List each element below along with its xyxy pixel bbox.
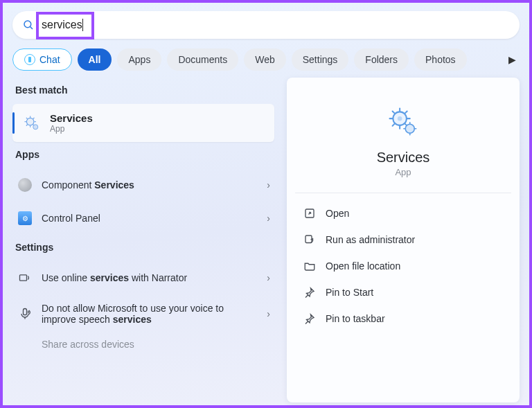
settings-result-narrator[interactable]: Use online services with Narrator › xyxy=(12,261,274,294)
chevron-right-icon: › xyxy=(267,272,270,283)
chevron-right-icon: › xyxy=(267,179,270,190)
narrator-icon xyxy=(17,269,33,286)
tab-folders[interactable]: Folders xyxy=(354,48,409,71)
pin-icon xyxy=(303,312,316,325)
filter-tabs: Chat All Apps Documents Web Settings Fol… xyxy=(3,39,529,78)
svg-line-9 xyxy=(26,124,28,125)
best-match-subtitle: App xyxy=(50,124,93,134)
svg-point-2 xyxy=(26,118,33,125)
action-label: Run as administrator xyxy=(326,234,415,245)
shield-icon xyxy=(303,233,316,246)
tab-settings[interactable]: Settings xyxy=(292,48,349,71)
best-match-title: Services xyxy=(50,112,93,124)
search-icon xyxy=(22,19,35,31)
component-services-icon xyxy=(18,178,32,192)
section-apps: Apps xyxy=(12,142,274,168)
svg-point-25 xyxy=(405,124,414,133)
tab-web[interactable]: Web xyxy=(244,48,286,71)
svg-rect-12 xyxy=(20,275,27,281)
search-input[interactable]: services xyxy=(42,19,83,30)
svg-point-11 xyxy=(33,124,38,129)
chevron-right-icon: › xyxy=(267,308,270,319)
results-column: Best match Services App Apps Component S… xyxy=(12,78,274,402)
detail-title: Services xyxy=(299,150,507,166)
open-icon xyxy=(303,207,316,220)
action-label: Open xyxy=(326,208,349,219)
action-run-admin[interactable]: Run as administrator xyxy=(299,227,507,253)
search-bar[interactable]: services xyxy=(12,11,520,39)
action-label: Pin to taskbar xyxy=(326,313,385,324)
svg-line-24 xyxy=(405,112,407,114)
action-open-location[interactable]: Open file location xyxy=(299,253,507,279)
action-open[interactable]: Open xyxy=(299,200,507,227)
tabs-overflow-icon[interactable]: ▶ xyxy=(504,54,520,65)
detail-subtitle: App xyxy=(299,167,507,177)
best-match-result[interactable]: Services App xyxy=(12,104,274,142)
tab-apps[interactable]: Apps xyxy=(117,48,161,71)
detail-pane: Services App Open Run as administrator O… xyxy=(287,78,520,402)
settings-result-truncated[interactable]: Share across devices xyxy=(12,333,274,350)
svg-line-10 xyxy=(33,117,35,118)
tab-documents[interactable]: Documents xyxy=(167,48,238,71)
section-settings: Settings xyxy=(12,235,274,261)
control-panel-icon: ⚙ xyxy=(18,211,32,225)
svg-line-21 xyxy=(393,112,395,114)
action-pin-start[interactable]: Pin to Start xyxy=(299,279,507,305)
tab-chat[interactable]: Chat xyxy=(12,48,72,71)
bing-icon xyxy=(24,54,35,65)
divider xyxy=(295,193,511,193)
app-result-component-services[interactable]: Component Services › xyxy=(12,168,274,202)
tab-photos[interactable]: Photos xyxy=(414,48,467,71)
section-best-match: Best match xyxy=(12,78,274,104)
result-label: Use online services with Narrator xyxy=(42,272,258,283)
chevron-right-icon: › xyxy=(267,213,270,224)
svg-rect-13 xyxy=(24,309,27,315)
start-search-panel: services Chat All Apps Documents Web Set… xyxy=(0,0,532,408)
detail-gear-icon xyxy=(385,104,421,140)
svg-point-16 xyxy=(398,116,402,121)
result-label: Do not allow Microsoft to use your voice… xyxy=(42,303,258,325)
services-gear-icon xyxy=(22,114,42,133)
action-pin-taskbar[interactable]: Pin to taskbar xyxy=(299,305,507,332)
action-label: Open file location xyxy=(326,260,400,272)
svg-line-23 xyxy=(393,124,395,126)
action-label: Pin to Start xyxy=(326,287,373,298)
app-result-control-panel[interactable]: ⚙ Control Panel › xyxy=(12,202,274,235)
microphone-icon xyxy=(17,305,33,322)
settings-result-speech[interactable]: Do not allow Microsoft to use your voice… xyxy=(12,294,274,333)
svg-line-7 xyxy=(26,117,28,118)
folder-icon xyxy=(303,260,316,272)
tab-all[interactable]: All xyxy=(78,48,112,71)
pin-icon xyxy=(303,286,316,299)
result-label: Control Panel xyxy=(42,213,258,224)
svg-point-0 xyxy=(24,21,31,28)
result-label: Component Services xyxy=(42,179,258,190)
svg-line-1 xyxy=(30,27,33,29)
